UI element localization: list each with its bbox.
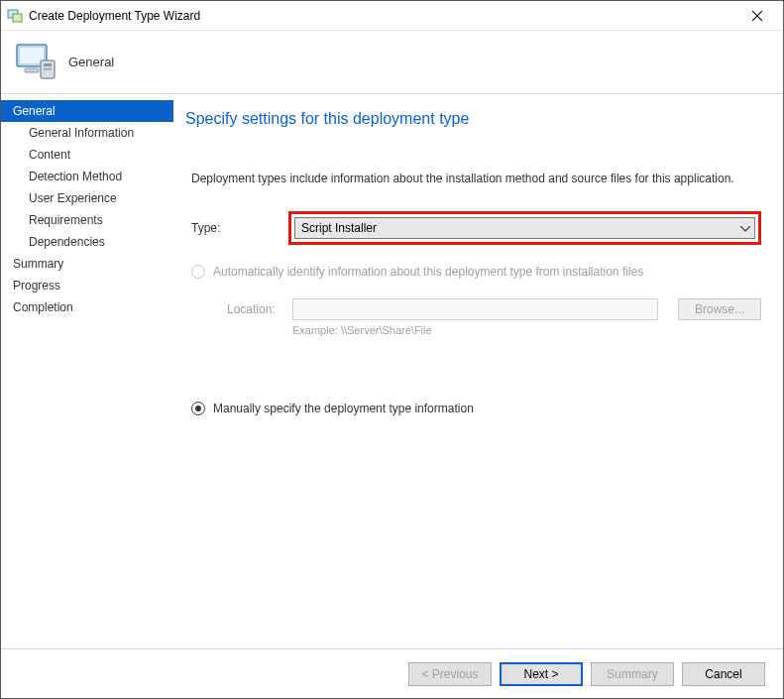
radio-auto-row: Automatically identify information about…: [185, 265, 761, 279]
sidebar: General General Information Content Dete…: [1, 94, 173, 648]
chevron-down-icon: [740, 221, 750, 235]
radio-auto-label: Automatically identify information about…: [213, 265, 643, 279]
sidebar-item-completion[interactable]: Completion: [1, 296, 173, 318]
sidebar-item-dependencies[interactable]: Dependencies: [1, 231, 173, 253]
radio-manual-label: Manually specify the deployment type inf…: [213, 402, 474, 415]
sidebar-item-general-information[interactable]: General Information: [1, 122, 173, 144]
sidebar-item-progress[interactable]: Progress: [1, 275, 173, 296]
next-button[interactable]: Next >: [500, 662, 583, 686]
close-button[interactable]: [737, 2, 777, 30]
summary-button: Summary: [591, 662, 674, 686]
titlebar: Create Deployment Type Wizard: [1, 1, 783, 31]
computer-icon: [11, 39, 58, 86]
radio-auto: [191, 265, 205, 279]
radio-manual-dot: [195, 406, 201, 411]
sidebar-item-detection-method[interactable]: Detection Method: [1, 166, 173, 187]
location-row: Location: Example: \\Server\Share\File B…: [185, 298, 761, 336]
cancel-button[interactable]: Cancel: [682, 662, 765, 686]
header-section-title: General: [68, 55, 114, 69]
content-description: Deployment types include information abo…: [185, 172, 761, 185]
sidebar-item-content[interactable]: Content: [1, 144, 173, 166]
content-heading: Specify settings for this deployment typ…: [185, 110, 761, 128]
location-input: [292, 298, 658, 320]
sidebar-item-general[interactable]: General: [1, 100, 173, 122]
location-example: Example: \\Server\Share\File: [292, 324, 658, 336]
type-label: Type:: [191, 221, 288, 235]
sidebar-item-summary[interactable]: Summary: [1, 253, 173, 275]
svg-rect-8: [44, 68, 52, 70]
wizard-window: Create Deployment Type Wizard General Ge…: [0, 0, 784, 699]
content-panel: Specify settings for this deployment typ…: [173, 94, 783, 648]
radio-manual[interactable]: [191, 402, 205, 415]
sidebar-item-user-experience[interactable]: User Experience: [1, 187, 173, 209]
location-field-wrap: Example: \\Server\Share\File: [292, 298, 658, 336]
radio-manual-row: Manually specify the deployment type inf…: [185, 402, 761, 415]
type-dropdown-value: Script Installer: [301, 221, 377, 235]
svg-rect-7: [44, 63, 52, 66]
type-highlight-box: Script Installer: [288, 211, 761, 245]
type-dropdown[interactable]: Script Installer: [294, 217, 755, 239]
window-title: Create Deployment Type Wizard: [29, 9, 737, 23]
header: General: [1, 31, 783, 94]
browse-button: Browse...: [678, 298, 761, 320]
body: General General Information Content Dete…: [1, 94, 783, 648]
app-icon: [7, 8, 23, 24]
svg-rect-1: [13, 14, 22, 22]
type-row: Type: Script Installer: [185, 211, 761, 245]
location-label: Location:: [227, 298, 292, 316]
footer: < Previous Next > Summary Cancel: [1, 648, 783, 698]
sidebar-item-requirements[interactable]: Requirements: [1, 209, 173, 231]
svg-rect-9: [25, 68, 39, 72]
previous-button: < Previous: [408, 662, 492, 686]
